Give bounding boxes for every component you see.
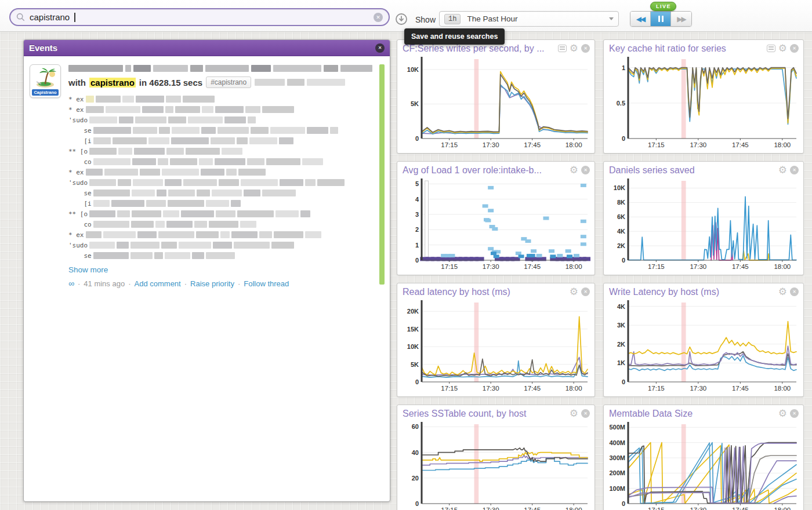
redacted-text bbox=[122, 96, 134, 103]
timeframe-value: The Past Hour bbox=[467, 14, 517, 23]
close-icon[interactable]: ✕ bbox=[581, 166, 590, 174]
redacted-text bbox=[133, 65, 150, 72]
redacted-text bbox=[146, 200, 166, 207]
timeframe-select[interactable]: 1h The Past Hour bbox=[439, 11, 619, 27]
close-icon[interactable]: ✕ bbox=[581, 409, 590, 418]
redacted-text bbox=[168, 190, 195, 196]
svg-text:4K: 4K bbox=[617, 228, 625, 235]
show-more-link[interactable]: Show more bbox=[68, 265, 108, 274]
rewind-button[interactable]: ◀◀ bbox=[630, 12, 651, 26]
redacted-text bbox=[103, 231, 136, 238]
close-icon[interactable]: ✕ bbox=[581, 287, 590, 296]
chart-title: Memtable Data Size bbox=[609, 409, 775, 419]
meta-separator: · bbox=[184, 279, 187, 288]
close-icon[interactable]: ✕ bbox=[581, 44, 590, 53]
close-icon[interactable]: ✕ bbox=[790, 166, 799, 174]
close-icon[interactable]: ✕ bbox=[790, 44, 799, 53]
follow-thread-link[interactable]: Follow thread bbox=[244, 279, 289, 288]
redacted-text bbox=[244, 190, 260, 196]
events-panel-header: Events ✕ bbox=[24, 40, 390, 56]
redacted-text bbox=[251, 65, 271, 72]
svg-text:18:00: 18:00 bbox=[566, 385, 582, 392]
redacted-text bbox=[190, 65, 203, 72]
redacted-text bbox=[199, 158, 213, 165]
svg-text:0: 0 bbox=[622, 500, 625, 507]
redacted-text bbox=[142, 106, 164, 113]
logo-label: Capistrano bbox=[32, 89, 58, 96]
redacted-text bbox=[132, 158, 156, 165]
log-line: [i bbox=[68, 136, 372, 146]
notes-icon[interactable] bbox=[767, 45, 775, 52]
svg-text:400M: 400M bbox=[609, 439, 625, 446]
redacted-text bbox=[93, 190, 130, 196]
capistrano-logo: Capistrano bbox=[30, 64, 61, 98]
redacted-text bbox=[118, 148, 132, 155]
svg-text:17:45: 17:45 bbox=[732, 263, 749, 270]
clear-search-icon[interactable]: ✕ bbox=[374, 13, 383, 22]
redacted-text bbox=[280, 179, 303, 186]
close-icon[interactable]: ✕ bbox=[375, 43, 385, 53]
chart-tile-5: Write Latency by host (ms)⚙✕17:1517:3017… bbox=[603, 283, 804, 397]
gear-icon[interactable]: ⚙ bbox=[570, 166, 578, 175]
gear-icon[interactable]: ⚙ bbox=[570, 287, 578, 297]
redacted-text bbox=[133, 127, 157, 134]
gear-icon[interactable]: ⚙ bbox=[778, 166, 787, 175]
log-line: ** [o bbox=[68, 209, 372, 219]
close-icon[interactable]: ✕ bbox=[790, 409, 799, 418]
svg-text:17:45: 17:45 bbox=[732, 141, 749, 148]
svg-text:17:45: 17:45 bbox=[524, 263, 541, 270]
redacted-text bbox=[287, 79, 304, 86]
log-line: 'sudo bbox=[68, 115, 372, 125]
redacted-text bbox=[104, 169, 138, 176]
redacted-text bbox=[140, 169, 160, 176]
redacted-text bbox=[226, 169, 237, 176]
redacted-text bbox=[249, 137, 277, 144]
gear-icon[interactable]: ⚙ bbox=[778, 287, 787, 297]
add-comment-link[interactable]: Add comment bbox=[135, 279, 181, 288]
notes-icon[interactable] bbox=[558, 45, 567, 52]
timeframe-badge: 1h bbox=[444, 14, 461, 24]
chart-title: CF:Series writes per second, by ... bbox=[403, 43, 554, 54]
raise-priority-link[interactable]: Raise priority bbox=[190, 279, 234, 288]
chart-header: Read latency by host (ms)⚙✕ bbox=[400, 283, 592, 299]
svg-text:17:30: 17:30 bbox=[483, 507, 499, 510]
log-line: co bbox=[68, 219, 372, 230]
search-value: capistrano bbox=[30, 12, 70, 22]
svg-text:18:00: 18:00 bbox=[566, 263, 582, 270]
chart-tile-1: Key cache hit ratio for series⚙✕17:1517:… bbox=[603, 39, 804, 154]
event-tag[interactable]: #capistrano bbox=[206, 76, 251, 88]
save-search-button[interactable] bbox=[395, 13, 408, 26]
headline-after: in 4628.15 secs bbox=[139, 78, 202, 88]
svg-text:60: 60 bbox=[412, 423, 419, 430]
svg-text:1: 1 bbox=[415, 242, 419, 249]
search-input[interactable]: capistrano ✕ bbox=[9, 8, 390, 26]
svg-text:17:30: 17:30 bbox=[483, 141, 499, 148]
chart-plot: 17:1517:3017:4518:0005K10K bbox=[400, 56, 590, 150]
chart-header: Avg of Load 1 over role:intake-b...⚙✕ bbox=[400, 162, 592, 177]
svg-text:10K: 10K bbox=[407, 343, 419, 350]
redacted-text bbox=[171, 137, 209, 144]
svg-text:17:15: 17:15 bbox=[441, 507, 458, 510]
svg-text:17:30: 17:30 bbox=[690, 507, 706, 510]
svg-text:100M: 100M bbox=[609, 485, 625, 492]
gear-icon[interactable]: ⚙ bbox=[778, 409, 787, 418]
pause-button[interactable] bbox=[651, 12, 671, 26]
redacted-text bbox=[183, 179, 217, 186]
chart-header: Series SSTable count, by host⚙✕ bbox=[400, 405, 592, 421]
gear-icon[interactable]: ⚙ bbox=[570, 409, 578, 418]
redacted-text bbox=[215, 106, 244, 113]
svg-text:0: 0 bbox=[415, 378, 419, 385]
forward-button[interactable]: ▶▶ bbox=[671, 12, 691, 26]
log-line: [i bbox=[68, 198, 372, 209]
gear-icon[interactable]: ⚙ bbox=[778, 44, 787, 53]
redacted-text bbox=[106, 106, 140, 113]
log-line: ** [o bbox=[68, 146, 372, 156]
redacted-text bbox=[155, 221, 165, 228]
close-icon[interactable]: ✕ bbox=[790, 287, 799, 296]
events-panel-title: Events bbox=[29, 43, 57, 53]
gear-icon[interactable]: ⚙ bbox=[570, 44, 578, 53]
redacted-text bbox=[165, 179, 182, 186]
permalink-icon[interactable]: ∞ bbox=[68, 279, 74, 288]
redacted-text bbox=[132, 210, 161, 217]
svg-text:17:45: 17:45 bbox=[524, 141, 541, 148]
